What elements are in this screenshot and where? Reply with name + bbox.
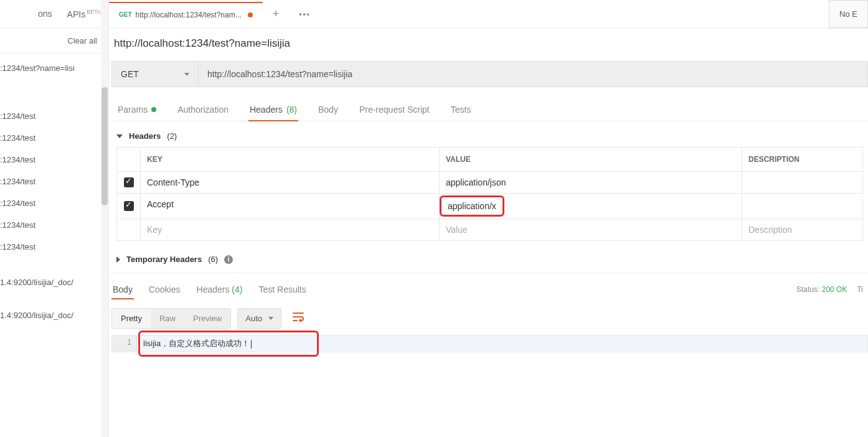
request-name[interactable]: http://localhost:1234/test?name=lisijia bbox=[114, 37, 868, 61]
history-item[interactable]: 1.4:9200/lisijia/_doc/ bbox=[0, 271, 108, 293]
history-item[interactable]: :1234/test bbox=[0, 105, 108, 127]
url-input[interactable]: http://localhost:1234/test?name=lisijia bbox=[199, 61, 868, 87]
column-key: KEY bbox=[141, 148, 440, 171]
environment-selector[interactable]: No E bbox=[829, 0, 868, 28]
chevron-down-icon bbox=[268, 317, 273, 320]
annotation-highlight: application/x bbox=[440, 195, 504, 217]
response-status: Status: 200 OK Ti bbox=[796, 285, 868, 294]
method-select-value: GET bbox=[121, 69, 139, 79]
column-value: VALUE bbox=[440, 148, 742, 171]
checkbox-checked-icon bbox=[124, 177, 134, 187]
header-value-input[interactable]: application/json bbox=[440, 172, 742, 193]
history-item[interactable]: :1234/test bbox=[0, 149, 108, 171]
clear-all-button[interactable]: Clear all bbox=[0, 29, 108, 54]
tab-headers[interactable]: Headers (8) bbox=[248, 98, 298, 121]
header-key-input[interactable]: Accept bbox=[141, 194, 440, 218]
nav-apis[interactable]: APIsBETA bbox=[67, 9, 101, 19]
header-description-placeholder[interactable]: Description bbox=[742, 219, 862, 240]
tab-params[interactable]: Params bbox=[116, 98, 158, 121]
resp-tab-headers-label: Headers bbox=[197, 284, 230, 294]
history-list: :1234/test?name=lisi :1234/test :1234/te… bbox=[0, 54, 108, 326]
resp-tab-body[interactable]: Body bbox=[111, 280, 134, 299]
format-select-value: Auto bbox=[245, 314, 262, 323]
format-select[interactable]: Auto bbox=[237, 308, 281, 329]
view-pretty-button[interactable]: Pretty bbox=[112, 309, 151, 328]
resp-headers-count: (4) bbox=[232, 284, 242, 294]
main: GET http://localhost:1234/test?nam... + … bbox=[109, 0, 868, 437]
time-label: Ti bbox=[857, 285, 863, 294]
headers-visible-count: (2) bbox=[167, 131, 177, 141]
table-row: Content-Type application/json bbox=[117, 171, 862, 193]
method-select[interactable]: GET bbox=[111, 61, 199, 87]
history-item[interactable]: :1234/test bbox=[0, 236, 108, 258]
sidebar: ons APIsBETA Clear all :1234/test?name=l… bbox=[0, 0, 109, 437]
headers-table: KEY VALUE DESCRIPTION Content-Type appli… bbox=[116, 147, 863, 241]
tab-authorization[interactable]: Authorization bbox=[176, 98, 230, 121]
status-value: 200 OK bbox=[822, 285, 847, 294]
tab-params-label: Params bbox=[118, 105, 148, 115]
tab-bar: GET http://localhost:1234/test?nam... + … bbox=[109, 0, 868, 29]
resp-tab-cookies[interactable]: Cookies bbox=[148, 280, 182, 299]
chevron-down-icon bbox=[116, 134, 123, 138]
view-raw-button[interactable]: Raw bbox=[151, 309, 184, 328]
history-item[interactable]: :1234/test bbox=[0, 192, 108, 214]
history-item[interactable]: :1234/test bbox=[0, 214, 108, 236]
response-body: 1 lisijia，自定义格式启动成功！ bbox=[111, 335, 868, 352]
header-key-placeholder[interactable]: Key bbox=[141, 219, 440, 240]
tab-headers-label: Headers bbox=[250, 105, 283, 115]
text-cursor-icon bbox=[251, 340, 252, 349]
request-tabs: Params Authorization Headers (8) Body Pr… bbox=[111, 98, 868, 121]
scrollbar[interactable] bbox=[101, 0, 108, 437]
nav-apis-label: APIs bbox=[67, 9, 86, 19]
view-mode-group: Pretty Raw Preview bbox=[111, 308, 231, 329]
url-row: GET http://localhost:1234/test?name=lisi… bbox=[111, 61, 868, 87]
chevron-right-icon bbox=[116, 256, 120, 263]
temp-headers-toggle[interactable]: Temporary Headers (6) i bbox=[116, 252, 863, 266]
response-body-content: lisijia，自定义格式启动成功！ bbox=[143, 339, 250, 348]
history-item[interactable]: :1234/test?name=lisi bbox=[0, 57, 108, 79]
wrap-lines-button[interactable] bbox=[288, 309, 309, 327]
tab-body[interactable]: Body bbox=[317, 98, 339, 121]
header-description-input[interactable] bbox=[742, 172, 862, 193]
new-tab-button[interactable]: + bbox=[263, 7, 290, 21]
header-value-input[interactable]: application/x bbox=[440, 194, 742, 218]
response-toolbar: Pretty Raw Preview Auto bbox=[111, 299, 868, 335]
params-indicator-icon bbox=[151, 107, 156, 112]
headers-count: (8) bbox=[286, 105, 297, 115]
line-number: 1 bbox=[112, 336, 137, 352]
response-tabs: Body Cookies Headers (4) Test Results St… bbox=[111, 280, 868, 299]
scrollbar-thumb[interactable] bbox=[101, 87, 108, 205]
column-description: DESCRIPTION bbox=[742, 148, 862, 171]
tab-prerequest[interactable]: Pre-request Script bbox=[358, 98, 431, 121]
resp-tab-headers[interactable]: Headers (4) bbox=[196, 280, 244, 299]
request-tab[interactable]: GET http://localhost:1234/test?nam... bbox=[109, 2, 263, 27]
table-header-row: KEY VALUE DESCRIPTION bbox=[117, 147, 862, 171]
headers-toggle[interactable]: Headers (2) bbox=[116, 129, 863, 143]
header-value-placeholder[interactable]: Value bbox=[440, 219, 742, 240]
table-row: Accept application/x bbox=[117, 193, 862, 218]
info-icon[interactable]: i bbox=[224, 255, 233, 264]
headers-section: Headers (2) KEY VALUE DESCRIPTION Conten… bbox=[111, 121, 868, 243]
header-description-input[interactable] bbox=[742, 194, 862, 218]
headers-title: Headers bbox=[129, 131, 161, 141]
table-row-new: Key Value Description bbox=[117, 218, 862, 240]
temp-headers-count: (6) bbox=[208, 255, 218, 264]
code-line: 1 lisijia，自定义格式启动成功！ bbox=[112, 336, 867, 352]
view-preview-button[interactable]: Preview bbox=[184, 309, 230, 328]
header-enabled-checkbox[interactable] bbox=[117, 172, 141, 193]
history-item[interactable]: 1.4:9200/lisijia/_doc/ bbox=[0, 304, 108, 326]
nav-collections[interactable]: ons bbox=[38, 9, 52, 19]
tab-tests[interactable]: Tests bbox=[450, 98, 473, 121]
header-key-input[interactable]: Content-Type bbox=[141, 172, 440, 193]
resp-tab-test-results[interactable]: Test Results bbox=[257, 280, 307, 299]
history-item[interactable]: :1234/test bbox=[0, 171, 108, 192]
tab-title: http://localhost:1234/test?nam... bbox=[136, 11, 242, 19]
header-enabled-checkbox[interactable] bbox=[117, 194, 141, 218]
tab-more-button[interactable]: ••• bbox=[289, 10, 321, 19]
sidebar-nav: ons APIsBETA bbox=[0, 0, 108, 29]
tab-method: GET bbox=[119, 11, 132, 18]
history-item[interactable]: :1234/test bbox=[0, 127, 108, 149]
response-body-text[interactable]: lisijia，自定义格式启动成功！ bbox=[137, 336, 258, 352]
unsaved-dot-icon bbox=[248, 12, 253, 17]
wrap-icon bbox=[293, 312, 304, 322]
